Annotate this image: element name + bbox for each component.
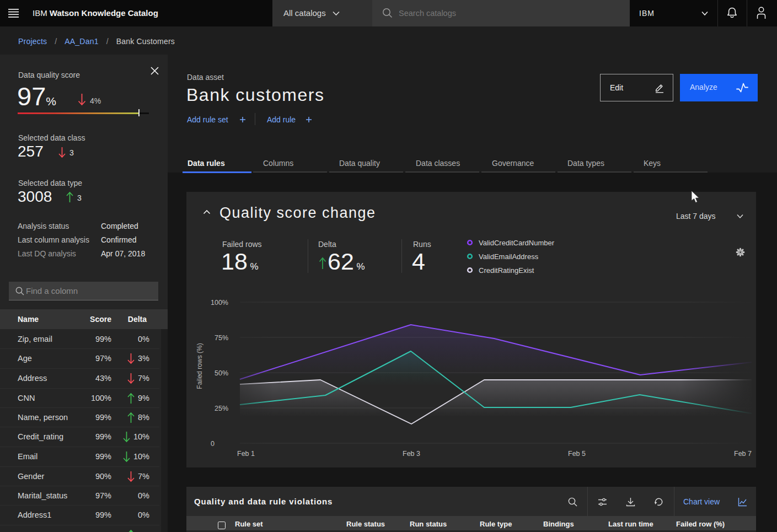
svg-text:50%: 50% <box>215 369 228 377</box>
svg-text:Failed rows (%): Failed rows (%) <box>196 343 203 389</box>
svg-text:0: 0 <box>211 440 215 448</box>
svg-text:Feb 1: Feb 1 <box>237 450 255 458</box>
svg-text:25%: 25% <box>215 405 228 412</box>
svg-text:100%: 100% <box>211 299 228 307</box>
svg-text:Feb 3: Feb 3 <box>403 450 420 458</box>
svg-text:75%: 75% <box>215 334 228 342</box>
svg-text:Feb 5: Feb 5 <box>568 450 586 458</box>
svg-text:Feb 7: Feb 7 <box>734 450 752 458</box>
